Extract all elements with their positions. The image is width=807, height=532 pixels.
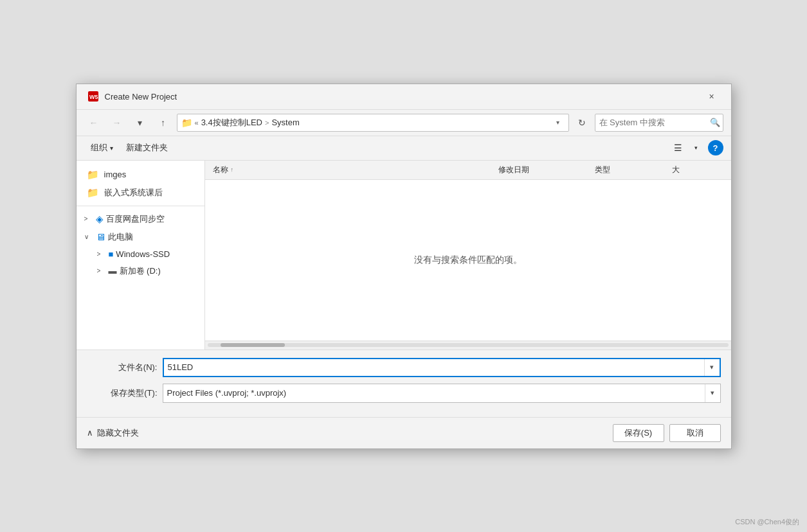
tree-expand-arrow: > [84, 215, 93, 222]
sidebar-item-label: imges [104, 170, 127, 179]
title-bar: W5 Create New Project × [77, 84, 731, 110]
dialog-title: Create New Project [105, 92, 177, 102]
filename-label: 文件名(N): [87, 362, 158, 373]
sidebar-item-this-pc[interactable]: ∨ 🖥 此电脑 [77, 228, 204, 246]
sidebar-item-new-volume[interactable]: > ▬ 新加卷 (D:) [77, 262, 204, 280]
view-dropdown-button[interactable]: ▾ [687, 139, 705, 157]
disk2-icon: ▬ [109, 266, 117, 276]
file-list: 没有与搜索条件匹配的项。 [205, 180, 731, 341]
filename-input[interactable] [164, 359, 704, 376]
search-bar[interactable]: 🔍 [595, 114, 723, 132]
folder-icon: 📁 [87, 169, 99, 181]
content-area: 📁 imges 📁 嵌入式系统课后 > ◈ 百度网盘同步空 ∨ 🖥 此电脑 > … [77, 161, 731, 350]
tree-expand-arrow: > [97, 267, 106, 274]
forward-button[interactable]: → [107, 114, 127, 132]
disk-icon: ■ [109, 249, 114, 259]
sidebar-item-label: 此电脑 [108, 231, 133, 243]
sidebar-item-label: 百度网盘同步空 [106, 213, 165, 225]
address-part-2: System [271, 118, 299, 127]
column-date[interactable]: 修改日期 [498, 164, 595, 175]
history-dropdown-button[interactable]: ▾ [131, 114, 150, 132]
help-button[interactable]: ? [708, 140, 723, 155]
tree-expand-arrow: > [97, 251, 106, 258]
cancel-button[interactable]: 取消 [669, 424, 721, 442]
close-button[interactable]: × [703, 87, 721, 105]
filetype-label: 保存类型(T): [87, 387, 158, 399]
horizontal-scrollbar[interactable] [205, 341, 731, 350]
filetype-value: Project Files (*.uvproj; *.uvprojx) [163, 388, 705, 398]
view-options-button[interactable]: ☰ [669, 139, 687, 157]
hide-folders-button[interactable]: ∧ 隐藏文件夹 [87, 427, 139, 439]
folder-icon: 📁 [87, 187, 99, 199]
toolbar: 组织 ▾ 新建文件夹 ☰ ▾ ? [77, 136, 731, 161]
filetype-dropdown-button[interactable]: ▾ [705, 384, 720, 402]
address-dropdown-button[interactable]: ▾ [552, 119, 565, 126]
sidebar-item-label: 新加卷 (D:) [120, 265, 161, 277]
scrollbar-track [208, 343, 729, 347]
scrollbar-thumb [221, 343, 285, 347]
sidebar-item-label: Windows-SSD [116, 249, 170, 259]
monitor-icon: 🖥 [96, 231, 105, 242]
sidebar-item-embedded[interactable]: 📁 嵌入式系统课后 [77, 184, 204, 202]
filename-row: 文件名(N): ▾ [87, 358, 721, 377]
filename-dropdown-button[interactable]: ▾ [704, 359, 720, 376]
tree-expand-arrow: ∨ [84, 233, 93, 240]
address-separator: > [265, 119, 269, 127]
column-size[interactable]: 大 [672, 164, 723, 175]
column-type[interactable]: 类型 [595, 164, 672, 175]
organize-button[interactable]: 组织 ▾ [84, 139, 120, 156]
sidebar-item-windows-ssd[interactable]: > ■ Windows-SSD [77, 246, 204, 262]
address-chevrons: « [195, 119, 199, 127]
up-button[interactable]: ↑ [154, 114, 173, 132]
empty-message: 没有与搜索条件匹配的项。 [414, 254, 522, 266]
watermark: CSDN @Chen4俊的 [735, 517, 799, 527]
address-folder-icon: 📁 [181, 118, 192, 128]
column-name[interactable]: 名称 ↑ [213, 164, 498, 175]
bottom-bar: ∧ 隐藏文件夹 保存(S) 取消 [77, 417, 731, 448]
app-icon: W5 [87, 90, 100, 103]
file-header: 名称 ↑ 修改日期 类型 大 [205, 161, 731, 180]
filetype-select[interactable]: Project Files (*.uvproj; *.uvprojx) ▾ [163, 384, 721, 403]
address-bar[interactable]: 📁 « 3.4按键控制LED > System ▾ [177, 114, 569, 132]
sidebar: 📁 imges 📁 嵌入式系统课后 > ◈ 百度网盘同步空 ∨ 🖥 此电脑 > … [77, 161, 205, 350]
form-area: 文件名(N): ▾ 保存类型(T): Project Files (*.uvpr… [77, 350, 731, 417]
filetype-row: 保存类型(T): Project Files (*.uvproj; *.uvpr… [87, 384, 721, 403]
sidebar-divider [77, 206, 204, 206]
sidebar-item-imges[interactable]: 📁 imges [77, 166, 204, 184]
search-input[interactable] [599, 118, 707, 127]
file-area: 名称 ↑ 修改日期 类型 大 没有与搜索条件匹配的项。 [205, 161, 731, 350]
nav-bar: ← → ▾ ↑ 📁 « 3.4按键控制LED > System ▾ ↻ 🔍 [77, 110, 731, 136]
cloud-icon: ◈ [96, 213, 104, 225]
refresh-button[interactable]: ↻ [573, 114, 591, 132]
hide-folders-arrow: ∧ [87, 428, 93, 438]
new-folder-button[interactable]: 新建文件夹 [120, 139, 174, 156]
sort-arrow: ↑ [231, 166, 234, 173]
save-button[interactable]: 保存(S) [613, 424, 664, 442]
sidebar-item-baidu[interactable]: > ◈ 百度网盘同步空 [77, 210, 204, 228]
hide-folders-label: 隐藏文件夹 [97, 427, 139, 439]
back-button[interactable]: ← [84, 114, 104, 132]
sidebar-item-label: 嵌入式系统课后 [104, 187, 163, 199]
action-buttons: 保存(S) 取消 [613, 424, 721, 442]
address-path: 3.4按键控制LED > System [201, 117, 549, 129]
address-part-1: 3.4按键控制LED [201, 117, 262, 129]
filename-input-container[interactable]: ▾ [163, 358, 721, 377]
svg-text:W5: W5 [89, 94, 98, 100]
search-icon: 🔍 [710, 118, 720, 127]
